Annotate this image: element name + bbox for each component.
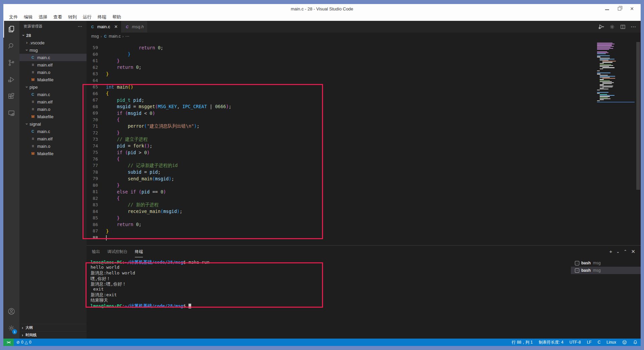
code-line[interactable]: 68 msgid = msgget(MSG_KEY, IPC_CREAT | 0…: [87, 103, 641, 110]
menu-item-查看[interactable]: 查看: [50, 14, 65, 20]
breadcrumb-folder[interactable]: msg: [91, 34, 99, 39]
code-line[interactable]: 80 }: [87, 182, 641, 189]
gear-icon[interactable]: [609, 24, 615, 30]
close-panel-icon[interactable]: ✕: [631, 249, 635, 255]
tree-item-main.o[interactable]: ≡main.o: [19, 69, 87, 76]
tab-output[interactable]: 输出: [92, 246, 100, 257]
notifications-button[interactable]: [630, 340, 641, 345]
code-line[interactable]: 85 }: [87, 215, 641, 221]
tab-msq-h[interactable]: C msq.h: [121, 21, 147, 33]
status-segment[interactable]: C: [595, 340, 604, 345]
sidebar-item-remote-explorer[interactable]: [3, 105, 19, 122]
feedback-button[interactable]: [619, 340, 630, 345]
maximize-panel-icon[interactable]: ⌃: [624, 249, 627, 254]
terminal-instance[interactable]: ›bashmsg: [571, 259, 641, 267]
tree-item-.vscode[interactable]: ›.vscode: [19, 39, 87, 46]
code-line[interactable]: 78 subid = pid;: [87, 169, 641, 176]
tree-item-28[interactable]: ›28: [19, 32, 87, 39]
menu-item-文件[interactable]: 文件: [6, 14, 21, 20]
code-line[interactable]: 87}: [87, 228, 641, 234]
tree-item-signal[interactable]: ›signal: [19, 120, 87, 128]
breadcrumb-more[interactable]: ⋯: [125, 34, 129, 39]
status-segment[interactable]: UTF-8: [567, 340, 584, 345]
tree-item-main.elf[interactable]: ≡main.elf: [19, 135, 87, 142]
code-line[interactable]: 84 receive_main(msgid);: [87, 208, 641, 215]
status-segment[interactable]: Linux: [603, 340, 619, 345]
code-line[interactable]: 75 if (pid > 0): [87, 149, 641, 156]
tab-main-c[interactable]: C main.c ✕: [87, 21, 121, 33]
code-line[interactable]: 64: [87, 77, 641, 84]
code-line[interactable]: 86 return 0;: [87, 221, 641, 228]
minimap[interactable]: [597, 43, 635, 102]
code-line[interactable]: 66{: [87, 90, 641, 97]
run-or-debug-icon[interactable]: [598, 24, 604, 30]
menu-item-终端[interactable]: 终端: [95, 14, 109, 20]
status-segment[interactable]: 制表符长度: 4: [536, 340, 566, 345]
menu-item-编辑[interactable]: 编辑: [21, 14, 36, 20]
code-line[interactable]: 60 }: [87, 51, 641, 58]
status-segment[interactable]: LF: [584, 340, 595, 345]
breadcrumb-file[interactable]: main.c: [109, 34, 120, 39]
editor-scrollbar[interactable]: [636, 42, 640, 190]
status-segment[interactable]: 行 88，列 1: [509, 340, 536, 345]
code-line[interactable]: 79 send_main(msgid);: [87, 175, 641, 182]
code-line[interactable]: 59 return 0;: [87, 44, 641, 51]
code-line[interactable]: 61 }: [87, 57, 641, 64]
more-actions-icon[interactable]: ⋯: [78, 24, 83, 29]
code-line[interactable]: 70 {: [87, 117, 641, 123]
code-line[interactable]: 82 {: [87, 195, 641, 202]
terminal-instance[interactable]: ›bashmsg: [571, 267, 641, 274]
tree-item-main.c[interactable]: Cmain.c: [19, 128, 87, 135]
tab-terminal[interactable]: 终端: [135, 246, 143, 257]
tree-item-main.elf[interactable]: ≡main.elf: [19, 61, 87, 69]
section-时间线[interactable]: ›时间线: [19, 331, 87, 339]
tree-item-main.c[interactable]: Cmain.c: [19, 54, 87, 61]
code-line[interactable]: 62 return 0;: [87, 64, 641, 71]
section-大纲[interactable]: ›大纲: [19, 324, 87, 331]
code-line[interactable]: 81 else if (pid == 0): [87, 188, 641, 195]
code-line[interactable]: 72 }: [87, 130, 641, 136]
close-icon[interactable]: ✕: [630, 6, 634, 11]
tree-item-Makefile[interactable]: MMakefile: [19, 113, 87, 120]
tree-item-main.elf[interactable]: ≡main.elf: [19, 98, 87, 105]
sidebar-item-explorer[interactable]: [3, 21, 19, 38]
minimize-icon[interactable]: [605, 8, 609, 10]
remote-indicator[interactable]: ><: [3, 339, 14, 346]
menu-item-帮助[interactable]: 帮助: [109, 14, 124, 20]
code-line[interactable]: 76 {: [87, 156, 641, 163]
tree-item-main.o[interactable]: ≡main.o: [19, 142, 87, 150]
code-line[interactable]: 73 // 建立子进程: [87, 136, 641, 143]
code-editor[interactable]: 59 return 0;60 }61 }62 return 0;63}6465i…: [87, 40, 641, 245]
sidebar-item-source-control[interactable]: [3, 54, 19, 71]
split-editor-icon[interactable]: [620, 24, 626, 30]
new-terminal-icon[interactable]: +: [609, 249, 612, 254]
code-line[interactable]: 69 if (msgid < 0): [87, 110, 641, 117]
code-line[interactable]: 74 pid = fork();: [87, 143, 641, 149]
menu-item-转到[interactable]: 转到: [65, 14, 80, 20]
code-line[interactable]: 67 pid_t pid;: [87, 97, 641, 103]
tree-item-main.o[interactable]: ≡main.o: [19, 105, 87, 113]
breadcrumb[interactable]: msg › C main.c › ⋯: [87, 33, 641, 40]
code-line[interactable]: 88: [87, 234, 641, 241]
menu-item-运行[interactable]: 运行: [80, 14, 95, 20]
tree-item-pipe[interactable]: ›pipe: [19, 83, 87, 91]
tree-item-Makefile[interactable]: MMakefile: [19, 76, 87, 83]
tab-debug-console[interactable]: 调试控制台: [107, 246, 127, 257]
more-actions-icon[interactable]: ⋯: [631, 24, 636, 30]
tree-item-msg[interactable]: ›msg: [19, 46, 87, 54]
code-line[interactable]: 77 // 记录新建子进程的id: [87, 162, 641, 169]
chevron-down-icon[interactable]: ⌄: [616, 249, 620, 254]
close-tab-icon[interactable]: ✕: [114, 24, 118, 29]
tree-item-main.c[interactable]: Cmain.c: [19, 91, 87, 98]
terminal-output[interactable]: lmos@lmos-PC:~/计算机基础/code/28/msg$ make r…: [87, 257, 571, 339]
code-line[interactable]: 63}: [87, 71, 641, 77]
accounts-button[interactable]: [3, 303, 19, 320]
settings-button[interactable]: 1: [3, 320, 19, 337]
sidebar-item-extensions[interactable]: [3, 88, 19, 105]
code-line[interactable]: 71 perror("建立消息队列出错\n");: [87, 123, 641, 130]
sidebar-item-search[interactable]: [3, 38, 19, 54]
problems-indicator[interactable]: ⊘ 0 △ 0: [14, 340, 34, 345]
menu-item-选择[interactable]: 选择: [36, 14, 50, 20]
sidebar-item-run-debug[interactable]: [3, 71, 19, 88]
restore-icon[interactable]: [618, 7, 621, 10]
